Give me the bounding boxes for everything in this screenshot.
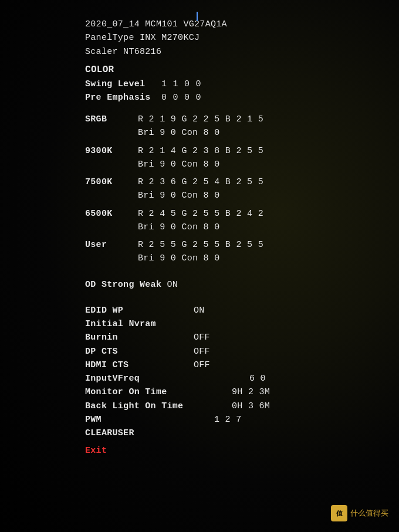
7500k-row: 7500K R 2 3 6 G 2 5 4 B 2 5 5 — [85, 175, 399, 189]
9300k-bri-con: Bri 9 0 Con 8 0 — [85, 158, 399, 171]
swing-level-row: Swing Level 1 1 0 0 — [85, 77, 399, 91]
burnin-label: Burnin — [85, 331, 194, 344]
initial-nvram-row: Initial Nvram — [85, 317, 399, 331]
user-bri-con: Bri 9 0 Con 8 0 — [85, 252, 399, 265]
srgb-rgb: R 2 1 9 G 2 2 5 B 2 1 5 — [138, 113, 263, 126]
user-row: User R 2 5 5 G 2 5 5 B 2 5 5 — [85, 238, 399, 252]
od-label: OD Strong Weak — [85, 280, 167, 290]
header-line3: Scaler NT68216 — [85, 45, 399, 59]
clearuser-row: CLEARUSER — [85, 426, 399, 440]
clearuser-label: CLEARUSER — [85, 428, 134, 438]
od-row: OD Strong Weak ON — [85, 278, 399, 292]
edid-wp-value: ON — [194, 304, 205, 317]
edid-wp-label: EDID WP — [85, 304, 194, 317]
pwm-value: 1 2 7 — [214, 413, 242, 426]
swing-level-label: Swing Level — [85, 77, 161, 91]
6500k-bri-con: Bri 9 0 Con 8 0 — [85, 221, 399, 234]
settings-block: EDID WP ON Initial Nvram Burnin OFF DP C… — [85, 304, 399, 440]
6500k-row: 6500K R 2 4 5 G 2 5 5 B 2 4 2 — [85, 207, 399, 221]
hdmi-cts-value: OFF — [194, 358, 210, 372]
7500k-label: 7500K — [85, 175, 138, 189]
color-section: COLOR Swing Level 1 1 0 0 Pre Emphasis 0… — [85, 63, 399, 104]
pre-emphasis-values: 0 0 0 0 — [161, 91, 201, 104]
burnin-value: OFF — [194, 331, 210, 344]
srgb-row: SRGB R 2 1 9 G 2 2 5 B 2 1 5 — [85, 113, 399, 126]
exit-row[interactable]: Exit — [85, 444, 399, 458]
pre-emphasis-label: Pre Emphasis — [85, 91, 161, 104]
7500k-bri-con: Bri 9 0 Con 8 0 — [85, 189, 399, 202]
9300k-label: 9300K — [85, 144, 138, 158]
watermark-text: 什么值得买 — [350, 508, 388, 519]
srgb-bri-con: Bri 9 0 Con 8 0 — [85, 126, 399, 140]
dp-cts-label: DP CTS — [85, 345, 194, 358]
backlight-on-time-label: Back Light On Time — [85, 399, 232, 413]
exit-label[interactable]: Exit — [85, 446, 107, 456]
header-line2: PanelType INX M270KCJ — [85, 31, 399, 45]
7500k-rgb: R 2 3 6 G 2 5 4 B 2 5 5 — [138, 175, 263, 189]
burnin-row: Burnin OFF — [85, 331, 399, 344]
gap3 — [85, 292, 399, 300]
backlight-on-time-row: Back Light On Time 0H 3 6M — [85, 399, 399, 413]
dp-cts-value: OFF — [194, 345, 210, 358]
6500k-label: 6500K — [85, 207, 138, 221]
od-value: ON — [167, 280, 178, 290]
header-line1: 2020_07_14 MCM101 VG27AQ1A — [85, 18, 399, 31]
info-block: 2020_07_14 MCM101 VG27AQ1A PanelType INX… — [85, 18, 399, 59]
watermark-icon: 值 — [331, 505, 347, 521]
initial-nvram-label: Initial Nvram — [85, 319, 156, 329]
monitor-on-time-value: 9H 2 3M — [232, 385, 270, 399]
swing-level-values: 1 1 0 0 — [161, 77, 201, 91]
6500k-rgb: R 2 4 5 G 2 5 5 B 2 4 2 — [138, 207, 263, 221]
user-label: User — [85, 238, 138, 252]
screen: 2020_07_14 MCM101 VG27AQ1A PanelType INX… — [0, 0, 399, 532]
9300k-rgb: R 2 1 4 G 2 3 8 B 2 5 5 — [138, 144, 263, 158]
pwm-row: PWM 1 2 7 — [85, 413, 399, 426]
srgb-label: SRGB — [85, 113, 138, 126]
hdmi-cts-label: HDMI CTS — [85, 358, 194, 372]
gap1 — [85, 104, 399, 113]
dp-cts-row: DP CTS OFF — [85, 345, 399, 358]
gap2 — [85, 266, 399, 274]
monitor-on-time-row: Monitor On Time 9H 2 3M — [85, 385, 399, 399]
edid-wp-row: EDID WP ON — [85, 304, 399, 317]
watermark: 值 什么值得买 — [331, 505, 388, 521]
inputvfreq-label: InputVFreq — [85, 372, 249, 385]
inputvfreq-value: 6 0 — [249, 372, 266, 385]
color-label: COLOR — [85, 63, 399, 77]
cursor — [197, 12, 198, 21]
9300k-row: 9300K R 2 1 4 G 2 3 8 B 2 5 5 — [85, 144, 399, 158]
pwm-label: PWM — [85, 413, 214, 426]
profiles-block: SRGB R 2 1 9 G 2 2 5 B 2 1 5 Bri 9 0 Con… — [85, 113, 399, 266]
hdmi-cts-row: HDMI CTS OFF — [85, 358, 399, 372]
monitor-on-time-label: Monitor On Time — [85, 385, 232, 399]
inputvfreq-row: InputVFreq 6 0 — [85, 372, 399, 385]
pre-emphasis-row: Pre Emphasis 0 0 0 0 — [85, 91, 399, 104]
backlight-on-time-value: 0H 3 6M — [232, 399, 270, 413]
user-rgb: R 2 5 5 G 2 5 5 B 2 5 5 — [138, 238, 263, 252]
